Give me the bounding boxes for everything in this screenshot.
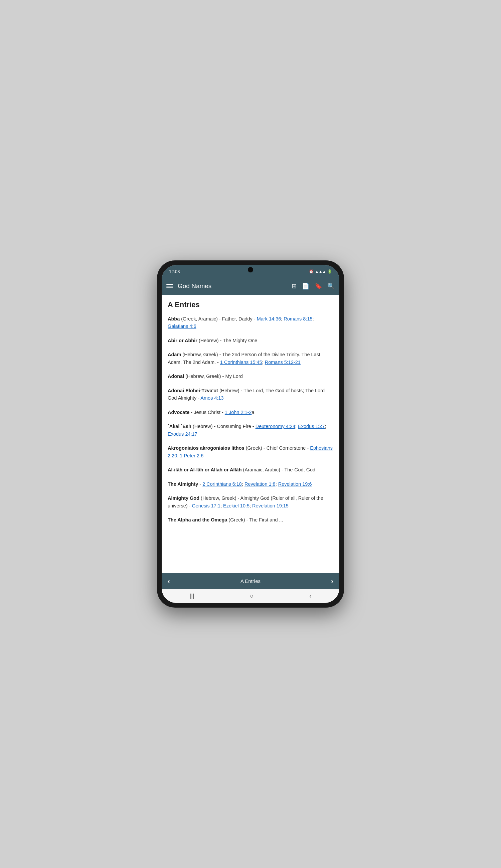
entry-detail-abba: (Greek, Aramaic) - Father, Daddy - [181,316,256,322]
entry-name-abir: Abir or Abhir [168,338,198,343]
entry-the-almighty: The Almighty - 2 Corinthians 6:18; Revel… [168,480,333,488]
entry-akrogoniaios: Akrogoniaios akrogoniaios lithos (Greek)… [168,444,333,459]
entry-advocate: Advocate - Jesus Christ - 1 John 2:1-2a [168,409,333,416]
entry-detail-the-almighty: - [199,481,202,487]
phone-frame: 12:08 ⏰ ▲▲▲ 🔋 God Names ⊞ 📄 🔖 🔍 [157,260,344,608]
content-area: A Entries Abba (Greek, Aramaic) - Father… [162,295,339,573]
app-bar-icons: ⊞ 📄 🔖 🔍 [291,282,335,290]
app-title: God Names [178,282,287,290]
status-icons-group: ⏰ ▲▲▲ 🔋 [309,269,332,274]
link-deut-4-24[interactable]: Deuteronomy 4:24 [256,424,295,429]
bottom-nav-label: A Entries [241,578,260,584]
entry-almighty-god: Almighty God (Hebrew, Greek) - Almighty … [168,495,333,509]
entry-detail-akal-esh: (Hebrew) - Consuming Fire - [193,424,256,429]
status-time: 12:08 [169,269,180,274]
link-amos-4-13[interactable]: Amos 4:13 [200,395,223,401]
alarm-icon: ⏰ [309,269,313,274]
hamburger-line-1 [166,284,173,285]
entry-detail-al-ilah: (Aramaic, Arabic) - The-God, God [243,467,316,473]
link-1peter-2-6[interactable]: 1 Peter 2:6 [180,453,203,458]
bookmark-icon[interactable]: 🔖 [315,282,322,290]
grid-view-icon[interactable]: ⊞ [291,282,297,290]
signal-icon: ▲▲▲ [315,269,326,273]
entry-abba: Abba (Greek, Aramaic) - Father, Daddy - … [168,315,333,330]
entry-detail-advocate: - Jesus Christ - [191,410,225,415]
entry-name-advocate: Advocate [168,410,189,415]
entry-name-akal-esh: `Akal `Esh [168,424,191,429]
home-button[interactable]: ○ [250,593,254,600]
link-rev-19-15[interactable]: Revelation 19:15 [252,503,289,508]
link-rev-19-6[interactable]: Revelation 19:6 [278,481,312,487]
recent-apps-button[interactable]: ||| [190,593,194,600]
entry-name-the-almighty: The Almighty [168,481,198,487]
entry-al-ilah: Al-ilāh or Al-lāh or Allah or Allāh (Ara… [168,466,333,474]
entry-name-alpha-omega: The Alpha and the Omega [168,517,227,522]
link-mark-14-36[interactable]: Mark 14:36 [257,316,281,322]
entry-name-adam: Adam [168,352,181,357]
entry-name-adonai: Adonai [168,373,184,379]
link-rev-1-8[interactable]: Revelation 1:8 [245,481,276,487]
link-galatians-4-6[interactable]: Galatians 4:6 [168,324,196,329]
entry-alpha-omega: The Alpha and the Omega (Greek) - The Fi… [168,516,333,523]
hamburger-line-3 [166,287,173,288]
section-heading: A Entries [168,301,333,309]
entry-akal-esh: `Akal `Esh (Hebrew) - Consuming Fire - D… [168,423,333,438]
link-exodus-24-17[interactable]: Exodus 24:17 [168,431,198,437]
android-nav-bar: ||| ○ ‹ [162,589,339,603]
camera-notch [248,267,253,272]
entry-abir: Abir or Abhir (Hebrew) - The Mighty One [168,337,333,344]
entry-name-abba: Abba [168,316,180,322]
bottom-navigation: ‹ A Entries › [162,573,339,589]
menu-button[interactable] [166,284,173,288]
app-bar: God Names ⊞ 📄 🔖 🔍 [162,277,339,295]
hamburger-line-2 [166,286,173,286]
entry-name-almighty-god: Almighty God [168,496,199,501]
search-icon[interactable]: 🔍 [327,282,335,290]
next-button[interactable]: › [331,577,333,585]
entry-detail-akrogoniaios: (Greek) - Chief Cornerstone - [246,445,310,451]
entry-name-adonai-elohei: Adonai Elohei-Tzva'ot [168,388,218,393]
entry-adonai: Adonai (Hebrew, Greek) - My Lord [168,372,333,380]
link-1cor-15-45[interactable]: 1 Corinthians 15:45 [220,360,262,365]
phone-screen: 12:08 ⏰ ▲▲▲ 🔋 God Names ⊞ 📄 🔖 🔍 [162,265,339,603]
back-button[interactable]: ‹ [309,593,311,600]
entry-detail-adonai: (Hebrew, Greek) - My Lord [185,373,243,379]
link-romans-8-15[interactable]: Romans 8:15 [284,316,312,322]
entry-adonai-elohei: Adonai Elohei-Tzva'ot (Hebrew) - The Lor… [168,387,333,402]
link-exodus-15-7[interactable]: Exodus 15:7 [298,424,325,429]
prev-button[interactable]: ‹ [168,577,170,585]
entry-name-akrogoniaios: Akrogoniaios akrogoniaios lithos [168,445,245,451]
link-gen-17-1[interactable]: Genesis 17:1 [192,503,221,508]
entry-suffix-advocate: a [252,410,254,415]
link-1john-2-1-2[interactable]: 1 John 2:1-2 [225,410,252,415]
battery-icon: 🔋 [327,269,332,274]
link-2cor-6-18[interactable]: 2 Corinthians 6:18 [202,481,242,487]
entry-adam: Adam (Hebrew, Greek) - The 2nd Person of… [168,351,333,366]
link-romans-5-12-21[interactable]: Romans 5:12-21 [265,360,301,365]
add-document-icon[interactable]: 📄 [302,282,309,290]
entry-name-al-ilah: Al-ilāh or Al-lāh or Allah or Allāh [168,467,242,473]
entry-detail-alpha-omega: (Greek) - The First and ... [228,517,283,522]
entry-detail-abir: (Hebrew) - The Mighty One [199,338,257,343]
link-ezek-10-5[interactable]: Ezekiel 10:5 [223,503,249,508]
